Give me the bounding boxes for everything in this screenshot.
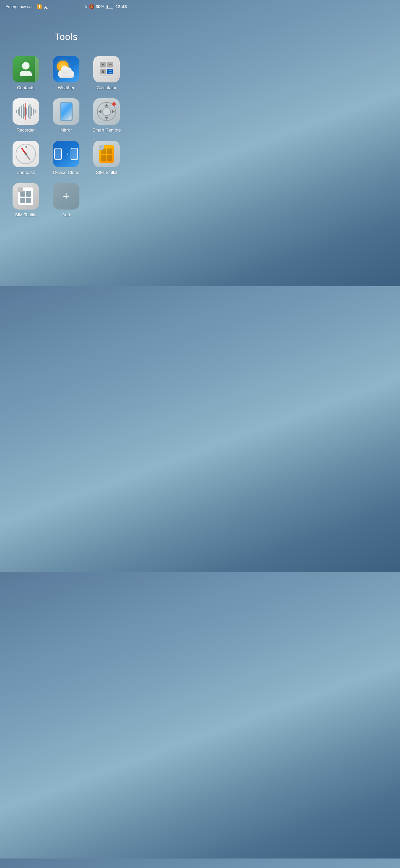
app-item-sim-toolkit-2[interactable]: SIM Toolkit [8,183,43,217]
time-display: 12:43 [116,4,127,9]
sim-toolkit-label: SIM Toolkit [96,170,117,175]
battery-icon [106,5,114,8]
smart-remote-label: Smart Remote [92,127,121,133]
calculator-icon: + − × = [93,56,120,82]
app-item-smart-remote[interactable]: Smart Remote [89,98,124,133]
add-icon: + [53,183,79,210]
sim-toolkit-icon [93,141,120,167]
battery-percent: 30% [96,4,104,9]
emergency-call-text: Emergency cal... [5,4,36,9]
add-plus-symbol: + [62,190,70,202]
sim-toolkit-2-icon [13,183,39,210]
wifi-icon [43,5,48,9]
smart-remote-icon [93,98,120,125]
app-item-add[interactable]: + Add [49,183,83,217]
app-item-calculator[interactable]: + − × = Calculator [89,56,124,90]
mute-icon: 🔕 [89,4,94,9]
weather-label: Weather [58,85,75,90]
app-item-mirror[interactable]: Mirror [49,98,83,133]
recorder-label: Recorder [17,127,35,133]
add-label: Add [62,212,70,217]
calculator-label: Calculator [97,85,117,90]
device-clone-label: Device Clone [53,170,79,175]
status-right: N 🔕 30% 12:43 [85,4,127,9]
app-item-sim-toolkit[interactable]: SIM Toolkit [89,141,124,175]
device-clone-icon: → [53,141,79,167]
nfc-icon: N [85,5,88,9]
page-title: Tools [0,32,132,42]
compass-label: Compass [16,170,35,175]
status-left: Emergency cal... ! [5,4,48,9]
mirror-icon [53,98,79,125]
exclamation-icon: ! [37,4,42,9]
contacts-icon [13,56,39,82]
recorder-icon [13,98,39,125]
app-item-recorder[interactable]: Recorder [8,98,43,133]
weather-icon [53,56,79,82]
sim-toolkit-2-label: SIM Toolkit [15,212,36,217]
app-item-compass[interactable]: N Compass [8,141,43,175]
app-item-weather[interactable]: Weather [49,56,83,90]
app-item-contacts[interactable]: Contacts [8,56,43,90]
app-grid: Contacts Weather + − × = Calculator [0,56,132,217]
app-item-device-clone[interactable]: → Device Clone [49,141,83,175]
status-bar: Emergency cal... ! N 🔕 30% 12:43 [0,0,132,11]
mirror-label: Mirror [60,127,72,133]
compass-icon: N [13,141,39,167]
contacts-label: Contacts [17,85,34,90]
